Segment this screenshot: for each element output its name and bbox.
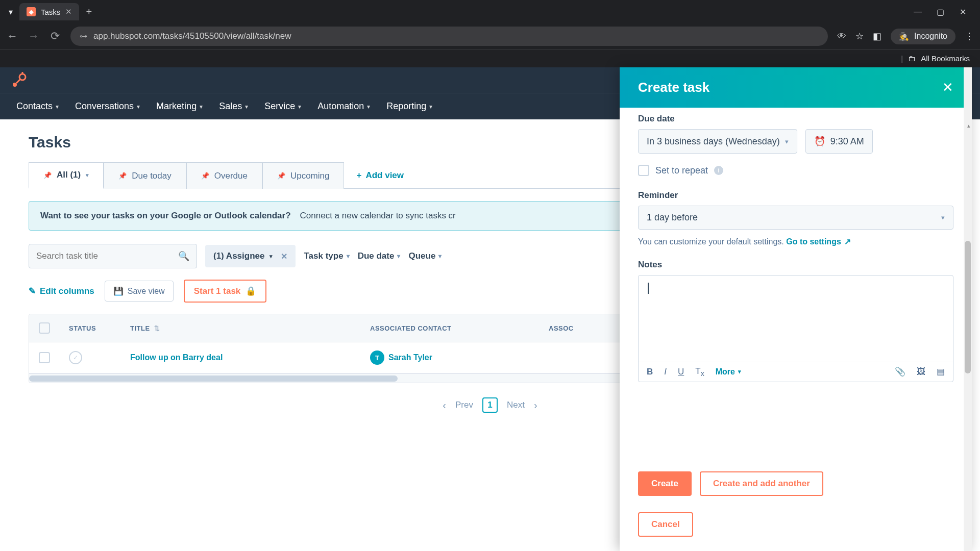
repeat-checkbox[interactable] — [638, 165, 649, 176]
minimize-icon[interactable]: — — [913, 7, 923, 17]
external-link-icon: ↗ — [844, 237, 851, 246]
all-bookmarks-button[interactable]: All Bookmarks — [921, 54, 970, 63]
lock-icon: 🔒 — [246, 286, 256, 296]
pin-icon: 📌 — [201, 172, 209, 180]
create-and-add-another-button[interactable]: Create and add another — [700, 471, 823, 496]
create-button[interactable]: Create — [638, 471, 692, 496]
svg-line-2 — [16, 79, 20, 83]
prev-page-icon[interactable]: ‹ — [443, 399, 446, 411]
maximize-icon[interactable]: ▢ — [935, 7, 945, 17]
col-contact[interactable]: ASSOCIATED CONTACT — [361, 314, 540, 342]
svg-point-0 — [13, 83, 17, 87]
info-icon[interactable]: i — [714, 166, 723, 175]
forward-icon[interactable]: → — [28, 30, 40, 43]
notes-editor[interactable]: B I U Tx More▾ 📎 🖼 ▤ — [638, 275, 953, 382]
tab-due-today[interactable]: 📌 Due today — [104, 162, 186, 189]
go-to-settings-link[interactable]: Go to settings ↗ — [786, 237, 851, 246]
filter-due-date[interactable]: Due date — [358, 251, 401, 261]
more-format-button[interactable]: More▾ — [716, 367, 741, 377]
clear-format-icon[interactable]: Tx — [695, 366, 704, 378]
incognito-icon: 🕵 — [899, 32, 909, 41]
status-circle[interactable]: ✓ — [69, 351, 82, 364]
new-tab-button[interactable]: + — [81, 4, 96, 19]
nav-marketing[interactable]: Marketing▾ — [156, 101, 203, 112]
due-date-select[interactable]: In 3 business days (Wednesday) — [638, 129, 797, 154]
nav-contacts[interactable]: Contacts▾ — [16, 101, 59, 112]
nav-service[interactable]: Service▾ — [264, 101, 301, 112]
site-info-icon[interactable]: ⊶ — [80, 32, 87, 41]
prev-page-button[interactable]: Prev — [455, 400, 473, 410]
col-title[interactable]: TITLE⇅ — [121, 314, 361, 342]
nav-sales[interactable]: Sales▾ — [219, 101, 248, 112]
due-date-label: Due date — [638, 114, 953, 124]
back-icon[interactable]: ← — [6, 30, 18, 43]
reminder-label: Reminder — [638, 190, 953, 201]
pin-icon: 📌 — [43, 171, 52, 179]
due-time-select[interactable]: ⏰ 9:30 AM — [805, 129, 873, 154]
nav-automation[interactable]: Automation▾ — [317, 101, 370, 112]
contact-link[interactable]: Sarah Tyler — [388, 353, 432, 362]
select-all-checkbox[interactable] — [39, 322, 50, 334]
col-status[interactable]: STATUS — [60, 314, 121, 342]
nav-reporting[interactable]: Reporting▾ — [386, 101, 432, 112]
repeat-label: Set to repeat — [655, 165, 708, 176]
hubspot-favicon: ◆ — [27, 7, 36, 16]
search-input[interactable] — [36, 251, 178, 261]
page-number[interactable]: 1 — [482, 397, 498, 413]
next-page-button[interactable]: Next — [507, 400, 525, 410]
close-window-icon[interactable]: ✕ — [958, 7, 968, 17]
incognito-badge[interactable]: 🕵 Incognito — [891, 29, 955, 44]
url-text: app.hubspot.com/tasks/45105500/view/all/… — [93, 31, 291, 41]
browser-tab[interactable]: ◆ Tasks ✕ — [19, 3, 79, 20]
add-view-button[interactable]: + Add view — [344, 162, 416, 188]
pencil-icon: ✎ — [29, 286, 36, 296]
nav-conversations[interactable]: Conversations▾ — [75, 101, 140, 112]
tab-list-dropdown[interactable]: ▾ — [4, 5, 17, 18]
bold-icon[interactable]: B — [647, 367, 653, 377]
tab-upcoming[interactable]: 📌 Upcoming — [262, 162, 345, 189]
snippet-icon[interactable]: ▤ — [937, 366, 945, 377]
panel-scrollbar[interactable]: ▴ — [964, 67, 972, 551]
filter-queue[interactable]: Queue — [408, 251, 442, 261]
cancel-button[interactable]: Cancel — [638, 512, 693, 537]
notes-label: Notes — [638, 260, 953, 270]
sort-icon: ⇅ — [154, 324, 160, 332]
save-icon: 💾 — [113, 286, 124, 296]
address-bar[interactable]: ⊶ app.hubspot.com/tasks/45105500/view/al… — [70, 27, 828, 46]
reminder-select[interactable]: 1 day before ▾ — [638, 206, 953, 230]
notes-textarea[interactable] — [639, 276, 953, 362]
avatar: T — [370, 350, 384, 365]
save-view-button[interactable]: 💾 Save view — [105, 281, 174, 302]
tab-title: Tasks — [41, 8, 60, 16]
underline-icon[interactable]: U — [678, 367, 684, 377]
tab-all[interactable]: 📌 All (1) ▾ — [29, 162, 104, 189]
tab-overdue[interactable]: 📌 Overdue — [186, 162, 262, 189]
next-page-icon[interactable]: › — [534, 399, 537, 411]
plus-icon: + — [356, 170, 361, 181]
close-panel-icon[interactable]: ✕ — [942, 80, 953, 95]
edit-columns-button[interactable]: ✎ Edit columns — [29, 286, 94, 296]
clear-filter-icon[interactable]: ✕ — [281, 252, 287, 261]
reload-icon[interactable]: ⟳ — [49, 30, 61, 43]
start-task-button[interactable]: Start 1 task 🔒 — [184, 280, 267, 303]
search-icon[interactable]: 🔍 — [178, 251, 189, 262]
filter-task-type[interactable]: Task type — [304, 251, 349, 261]
close-tab-icon[interactable]: ✕ — [65, 7, 72, 16]
hubspot-logo[interactable] — [11, 72, 28, 88]
search-input-wrapper[interactable]: 🔍 — [29, 244, 197, 268]
row-checkbox[interactable] — [39, 352, 50, 363]
kebab-menu-icon[interactable]: ⋮ — [965, 31, 974, 42]
attachment-icon[interactable]: 📎 — [895, 366, 905, 377]
panel-title: Create task — [638, 80, 709, 95]
italic-icon[interactable]: I — [664, 367, 667, 377]
task-title-link[interactable]: Follow up on Barry deal — [130, 353, 223, 362]
sidepanel-icon[interactable]: ◧ — [873, 31, 881, 42]
clock-icon: ⏰ — [814, 136, 825, 147]
image-icon[interactable]: 🖼 — [917, 367, 925, 377]
folder-icon: 🗀 — [908, 54, 916, 63]
filter-assignee[interactable]: (1) Assignee ▾ ✕ — [205, 245, 296, 267]
pin-icon: 📌 — [277, 172, 285, 180]
pin-icon: 📌 — [118, 172, 127, 180]
bookmark-star-icon[interactable]: ☆ — [855, 31, 864, 42]
eye-off-icon[interactable]: 👁 — [837, 31, 846, 42]
